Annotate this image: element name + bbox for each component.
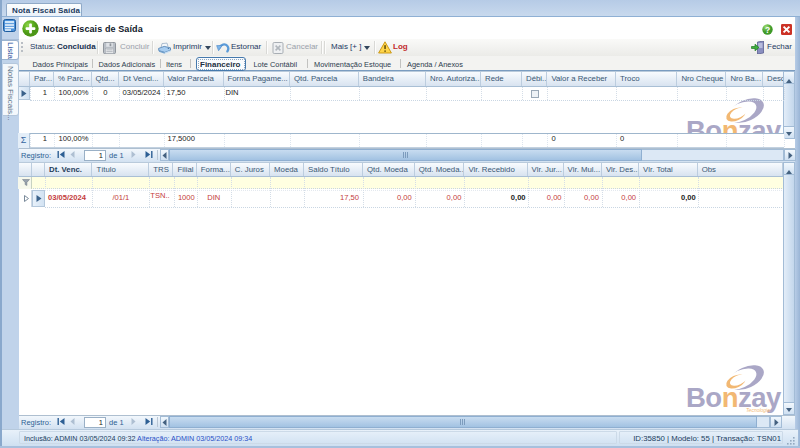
svg-text:?: ? bbox=[765, 24, 770, 34]
svg-text:Bonzay: Bonzay bbox=[686, 115, 782, 133]
svg-text:Tecnologia: Tecnologia bbox=[746, 407, 770, 413]
